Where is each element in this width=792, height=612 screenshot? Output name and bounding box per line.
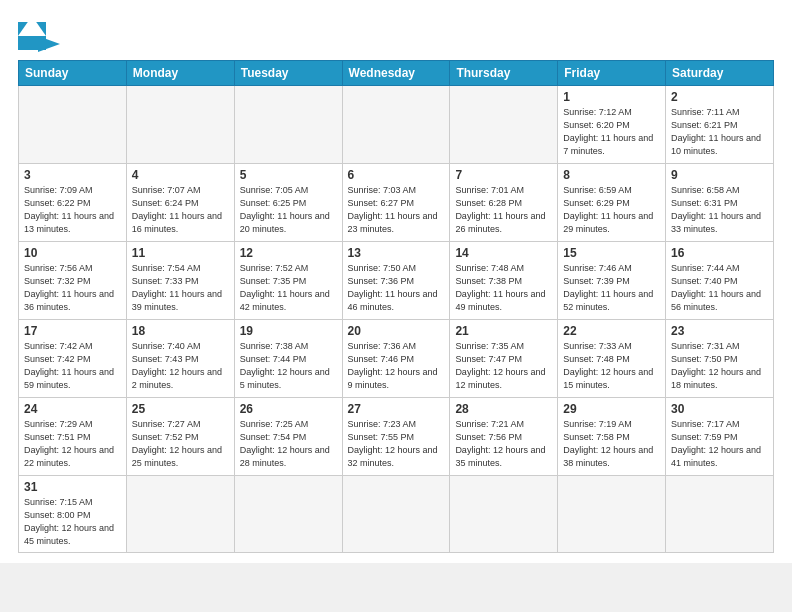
calendar-cell: 9Sunrise: 6:58 AM Sunset: 6:31 PM Daylig… xyxy=(666,164,774,242)
calendar-cell xyxy=(126,86,234,164)
calendar-cell: 19Sunrise: 7:38 AM Sunset: 7:44 PM Dayli… xyxy=(234,320,342,398)
day-number: 13 xyxy=(348,246,445,260)
calendar-cell: 10Sunrise: 7:56 AM Sunset: 7:32 PM Dayli… xyxy=(19,242,127,320)
calendar-cell: 28Sunrise: 7:21 AM Sunset: 7:56 PM Dayli… xyxy=(450,398,558,476)
day-number: 8 xyxy=(563,168,660,182)
day-info: Sunrise: 7:42 AM Sunset: 7:42 PM Dayligh… xyxy=(24,340,121,392)
week-row-4: 24Sunrise: 7:29 AM Sunset: 7:51 PM Dayli… xyxy=(19,398,774,476)
day-number: 7 xyxy=(455,168,552,182)
day-info: Sunrise: 7:35 AM Sunset: 7:47 PM Dayligh… xyxy=(455,340,552,392)
calendar-cell: 17Sunrise: 7:42 AM Sunset: 7:42 PM Dayli… xyxy=(19,320,127,398)
day-number: 6 xyxy=(348,168,445,182)
calendar-cell xyxy=(450,86,558,164)
day-header-friday: Friday xyxy=(558,61,666,86)
calendar-cell xyxy=(558,476,666,553)
day-number: 10 xyxy=(24,246,121,260)
day-header-row: SundayMondayTuesdayWednesdayThursdayFrid… xyxy=(19,61,774,86)
day-header-wednesday: Wednesday xyxy=(342,61,450,86)
header xyxy=(18,16,774,52)
day-number: 25 xyxy=(132,402,229,416)
week-row-1: 3Sunrise: 7:09 AM Sunset: 6:22 PM Daylig… xyxy=(19,164,774,242)
calendar-cell xyxy=(450,476,558,553)
day-number: 27 xyxy=(348,402,445,416)
day-info: Sunrise: 7:11 AM Sunset: 6:21 PM Dayligh… xyxy=(671,106,768,158)
week-row-0: 1Sunrise: 7:12 AM Sunset: 6:20 PM Daylig… xyxy=(19,86,774,164)
day-info: Sunrise: 7:52 AM Sunset: 7:35 PM Dayligh… xyxy=(240,262,337,314)
day-number: 26 xyxy=(240,402,337,416)
day-number: 4 xyxy=(132,168,229,182)
day-number: 24 xyxy=(24,402,121,416)
day-info: Sunrise: 7:12 AM Sunset: 6:20 PM Dayligh… xyxy=(563,106,660,158)
day-info: Sunrise: 6:58 AM Sunset: 6:31 PM Dayligh… xyxy=(671,184,768,236)
day-info: Sunrise: 7:05 AM Sunset: 6:25 PM Dayligh… xyxy=(240,184,337,236)
day-number: 5 xyxy=(240,168,337,182)
calendar-cell: 15Sunrise: 7:46 AM Sunset: 7:39 PM Dayli… xyxy=(558,242,666,320)
day-number: 1 xyxy=(563,90,660,104)
day-info: Sunrise: 7:29 AM Sunset: 7:51 PM Dayligh… xyxy=(24,418,121,470)
calendar-cell: 1Sunrise: 7:12 AM Sunset: 6:20 PM Daylig… xyxy=(558,86,666,164)
calendar-cell: 7Sunrise: 7:01 AM Sunset: 6:28 PM Daylig… xyxy=(450,164,558,242)
day-number: 31 xyxy=(24,480,121,494)
day-number: 30 xyxy=(671,402,768,416)
day-info: Sunrise: 7:50 AM Sunset: 7:36 PM Dayligh… xyxy=(348,262,445,314)
calendar-cell xyxy=(126,476,234,553)
day-info: Sunrise: 7:54 AM Sunset: 7:33 PM Dayligh… xyxy=(132,262,229,314)
day-header-tuesday: Tuesday xyxy=(234,61,342,86)
calendar-cell: 16Sunrise: 7:44 AM Sunset: 7:40 PM Dayli… xyxy=(666,242,774,320)
calendar-cell: 13Sunrise: 7:50 AM Sunset: 7:36 PM Dayli… xyxy=(342,242,450,320)
day-number: 11 xyxy=(132,246,229,260)
calendar-cell xyxy=(234,476,342,553)
day-info: Sunrise: 7:17 AM Sunset: 7:59 PM Dayligh… xyxy=(671,418,768,470)
calendar-cell: 2Sunrise: 7:11 AM Sunset: 6:21 PM Daylig… xyxy=(666,86,774,164)
calendar-cell: 23Sunrise: 7:31 AM Sunset: 7:50 PM Dayli… xyxy=(666,320,774,398)
day-info: Sunrise: 7:48 AM Sunset: 7:38 PM Dayligh… xyxy=(455,262,552,314)
calendar-cell: 24Sunrise: 7:29 AM Sunset: 7:51 PM Dayli… xyxy=(19,398,127,476)
calendar-cell: 30Sunrise: 7:17 AM Sunset: 7:59 PM Dayli… xyxy=(666,398,774,476)
day-info: Sunrise: 7:03 AM Sunset: 6:27 PM Dayligh… xyxy=(348,184,445,236)
calendar-cell: 5Sunrise: 7:05 AM Sunset: 6:25 PM Daylig… xyxy=(234,164,342,242)
page: SundayMondayTuesdayWednesdayThursdayFrid… xyxy=(0,0,792,563)
calendar-cell: 12Sunrise: 7:52 AM Sunset: 7:35 PM Dayli… xyxy=(234,242,342,320)
calendar-cell: 31Sunrise: 7:15 AM Sunset: 8:00 PM Dayli… xyxy=(19,476,127,553)
calendar-cell: 4Sunrise: 7:07 AM Sunset: 6:24 PM Daylig… xyxy=(126,164,234,242)
day-info: Sunrise: 7:23 AM Sunset: 7:55 PM Dayligh… xyxy=(348,418,445,470)
day-number: 2 xyxy=(671,90,768,104)
day-number: 16 xyxy=(671,246,768,260)
calendar-cell: 14Sunrise: 7:48 AM Sunset: 7:38 PM Dayli… xyxy=(450,242,558,320)
day-info: Sunrise: 7:01 AM Sunset: 6:28 PM Dayligh… xyxy=(455,184,552,236)
day-number: 18 xyxy=(132,324,229,338)
day-header-sunday: Sunday xyxy=(19,61,127,86)
logo-icon xyxy=(18,16,54,52)
logo xyxy=(18,16,58,52)
svg-marker-2 xyxy=(38,36,60,52)
day-info: Sunrise: 7:31 AM Sunset: 7:50 PM Dayligh… xyxy=(671,340,768,392)
calendar-cell xyxy=(342,86,450,164)
day-info: Sunrise: 6:59 AM Sunset: 6:29 PM Dayligh… xyxy=(563,184,660,236)
day-info: Sunrise: 7:46 AM Sunset: 7:39 PM Dayligh… xyxy=(563,262,660,314)
calendar-cell: 3Sunrise: 7:09 AM Sunset: 6:22 PM Daylig… xyxy=(19,164,127,242)
day-number: 15 xyxy=(563,246,660,260)
day-number: 29 xyxy=(563,402,660,416)
calendar-cell xyxy=(19,86,127,164)
day-info: Sunrise: 7:44 AM Sunset: 7:40 PM Dayligh… xyxy=(671,262,768,314)
day-number: 20 xyxy=(348,324,445,338)
day-number: 14 xyxy=(455,246,552,260)
week-row-3: 17Sunrise: 7:42 AM Sunset: 7:42 PM Dayli… xyxy=(19,320,774,398)
calendar-cell xyxy=(342,476,450,553)
day-info: Sunrise: 7:25 AM Sunset: 7:54 PM Dayligh… xyxy=(240,418,337,470)
day-info: Sunrise: 7:40 AM Sunset: 7:43 PM Dayligh… xyxy=(132,340,229,392)
day-info: Sunrise: 7:07 AM Sunset: 6:24 PM Dayligh… xyxy=(132,184,229,236)
day-number: 23 xyxy=(671,324,768,338)
calendar-cell: 11Sunrise: 7:54 AM Sunset: 7:33 PM Dayli… xyxy=(126,242,234,320)
day-header-monday: Monday xyxy=(126,61,234,86)
day-info: Sunrise: 7:27 AM Sunset: 7:52 PM Dayligh… xyxy=(132,418,229,470)
day-info: Sunrise: 7:33 AM Sunset: 7:48 PM Dayligh… xyxy=(563,340,660,392)
calendar-cell: 22Sunrise: 7:33 AM Sunset: 7:48 PM Dayli… xyxy=(558,320,666,398)
day-info: Sunrise: 7:15 AM Sunset: 8:00 PM Dayligh… xyxy=(24,496,121,548)
day-header-saturday: Saturday xyxy=(666,61,774,86)
day-info: Sunrise: 7:21 AM Sunset: 7:56 PM Dayligh… xyxy=(455,418,552,470)
calendar-cell: 21Sunrise: 7:35 AM Sunset: 7:47 PM Dayli… xyxy=(450,320,558,398)
day-number: 17 xyxy=(24,324,121,338)
calendar-cell: 18Sunrise: 7:40 AM Sunset: 7:43 PM Dayli… xyxy=(126,320,234,398)
day-number: 19 xyxy=(240,324,337,338)
